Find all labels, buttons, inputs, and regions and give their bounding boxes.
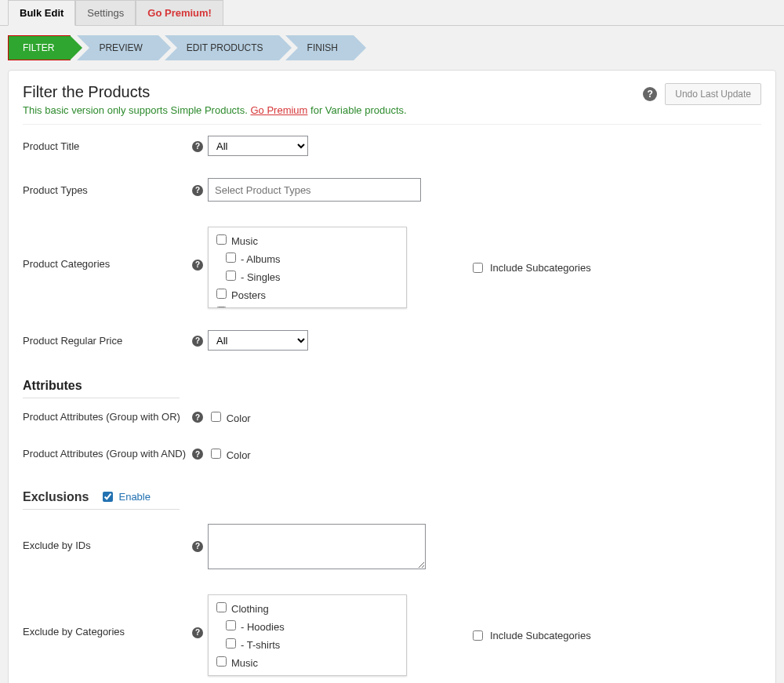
subtitle-prefix: This basic version only supports Simple … xyxy=(23,104,250,116)
help-icon[interactable]: ? xyxy=(192,541,203,552)
category-option[interactable]: - Singles xyxy=(213,267,401,285)
label-attr-and: Product Attributes (Group with AND) xyxy=(23,448,187,460)
product-title-select[interactable]: All xyxy=(208,136,308,156)
help-icon[interactable]: ? xyxy=(192,627,203,638)
help-icon[interactable]: ? xyxy=(643,87,657,101)
label-exclude-categories: Exclude by Categories xyxy=(23,594,187,638)
category-checkbox[interactable] xyxy=(226,252,236,263)
category-option[interactable]: Music xyxy=(213,652,401,670)
page-title: Filter the Products xyxy=(23,83,407,101)
label-attr-or: Product Attributes (Group with OR) xyxy=(23,411,187,423)
regular-price-select[interactable]: All xyxy=(208,330,308,351)
category-checkbox[interactable] xyxy=(226,620,236,630)
include-subcategories-exclude[interactable]: Include Subcategories xyxy=(470,628,591,643)
attr-or-color-checkbox[interactable] xyxy=(211,412,221,422)
step-edit-products[interactable]: EDIT PRODUCTS xyxy=(165,35,279,60)
include-subcategories-exclude-checkbox[interactable] xyxy=(473,630,483,641)
exclusions-enable[interactable]: Enable xyxy=(100,489,150,504)
category-checkbox[interactable] xyxy=(216,289,227,299)
category-checkbox[interactable] xyxy=(226,638,236,648)
attr-or-color[interactable]: Color xyxy=(208,409,251,424)
include-subcategories-top-label: Include Subcategories xyxy=(490,262,591,274)
product-types-input[interactable] xyxy=(208,178,421,202)
category-option[interactable]: Clothing xyxy=(213,598,401,616)
subtitle-suffix: for Variable products. xyxy=(310,104,407,116)
undo-last-update-button[interactable]: Undo Last Update xyxy=(665,83,761,105)
attr-or-color-label: Color xyxy=(227,412,251,424)
category-option[interactable]: - Hoodies xyxy=(213,616,401,634)
attr-and-color-label: Color xyxy=(227,449,251,461)
include-subcategories-top-checkbox[interactable] xyxy=(473,263,483,273)
help-icon[interactable]: ? xyxy=(192,185,203,196)
category-option[interactable]: - T-shirts xyxy=(213,634,401,652)
category-option[interactable]: - Albums xyxy=(213,249,401,267)
page-subtitle: This basic version only supports Simple … xyxy=(23,104,407,116)
help-icon[interactable]: ? xyxy=(192,412,203,423)
tab-bulk-edit[interactable]: Bulk Edit xyxy=(8,0,75,26)
product-categories-list[interactable]: Music- Albums- SinglesPostersUncategoris… xyxy=(208,227,407,308)
category-checkbox[interactable] xyxy=(226,271,236,281)
exclusions-heading: Exclusions xyxy=(23,490,89,504)
include-subcategories-top[interactable]: Include Subcategories xyxy=(470,260,591,275)
help-icon[interactable]: ? xyxy=(192,260,203,271)
exclusions-enable-label: Enable xyxy=(118,491,150,503)
category-checkbox[interactable] xyxy=(216,602,227,612)
category-option[interactable]: Uncategorised xyxy=(213,303,401,308)
attributes-heading: Attributes xyxy=(23,379,180,398)
attr-and-color[interactable]: Color xyxy=(208,446,251,461)
tab-settings[interactable]: Settings xyxy=(75,0,136,26)
exclusions-enable-checkbox[interactable] xyxy=(103,492,113,502)
category-option[interactable]: Music xyxy=(213,231,401,249)
exclude-ids-textarea[interactable] xyxy=(208,524,426,569)
include-subcategories-exclude-label: Include Subcategories xyxy=(490,630,591,641)
label-product-title: Product Title xyxy=(23,140,187,152)
label-regular-price: Product Regular Price xyxy=(23,335,187,347)
filter-panel: Filter the Products This basic version o… xyxy=(8,70,776,683)
stepper: FILTER PREVIEW EDIT PRODUCTS FINISH xyxy=(0,26,784,70)
step-filter[interactable]: FILTER xyxy=(8,35,71,60)
category-option[interactable]: Posters xyxy=(213,285,401,303)
label-product-categories: Product Categories xyxy=(23,227,187,270)
label-product-types: Product Types xyxy=(23,184,187,196)
tab-go-premium[interactable]: Go Premium! xyxy=(136,0,223,26)
attr-and-color-checkbox[interactable] xyxy=(211,449,221,459)
panel-header: Filter the Products This basic version o… xyxy=(23,83,761,125)
label-exclude-ids: Exclude by IDs xyxy=(23,524,187,551)
category-checkbox[interactable] xyxy=(216,307,227,308)
help-icon[interactable]: ? xyxy=(192,336,203,347)
help-icon[interactable]: ? xyxy=(192,141,203,152)
step-finish[interactable]: FINISH xyxy=(285,35,354,60)
step-preview[interactable]: PREVIEW xyxy=(77,35,158,60)
top-tabs: Bulk Edit Settings Go Premium! xyxy=(0,0,784,26)
go-premium-link[interactable]: Go Premium xyxy=(250,104,307,116)
category-checkbox[interactable] xyxy=(216,656,227,667)
help-icon[interactable]: ? xyxy=(192,449,203,460)
exclude-categories-list[interactable]: Clothing- Hoodies- T-shirtsMusic xyxy=(208,594,407,676)
category-checkbox[interactable] xyxy=(216,234,227,245)
